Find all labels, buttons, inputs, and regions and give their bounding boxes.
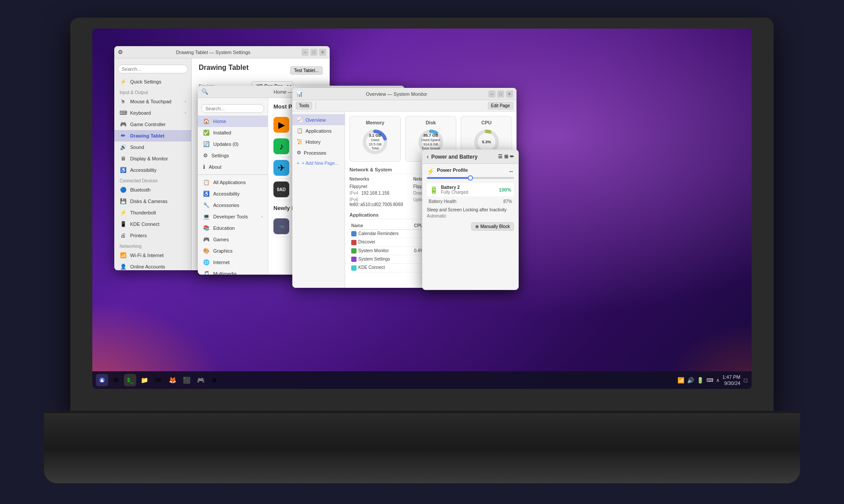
block-icon: ⊕ [475, 224, 479, 229]
discover-nav-accessories[interactable]: 🔧 Accessories [198, 199, 268, 211]
app-sysmon-name: System Monitor [349, 247, 412, 255]
laptop-bottom [44, 413, 800, 483]
discover-nav-about[interactable]: ℹ About [198, 161, 268, 173]
settings-item-disks[interactable]: 💾 Disks & Cameras [114, 196, 191, 207]
discover-nav-multimedia[interactable]: 🎵 Multimedia [198, 268, 268, 275]
discover-nav-installed[interactable]: ✅ Installed [198, 127, 268, 138]
settings-item-kde-connect[interactable]: 📱 KDE Connect [114, 218, 191, 230]
monitor-window-title: Overview — System Monitor [305, 91, 488, 97]
settings-maximize-btn[interactable]: □ [310, 49, 317, 56]
slider-fill [427, 177, 470, 179]
taskbar-network-icon[interactable]: 📶 [677, 377, 684, 384]
settings-item-mouse[interactable]: 🖱 Mouse & Touchpad › [114, 96, 191, 107]
taskbar-icon-terminal2[interactable]: ⬛ [180, 374, 193, 386]
discover-settings-label: Settings [211, 153, 229, 158]
settings-item-keyboard[interactable]: ⌨ Keyboard › [114, 107, 191, 119]
settings-close-btn[interactable]: ✕ [319, 49, 326, 56]
grid-view-icon[interactable]: ⊞ [504, 154, 508, 160]
discover-search-input[interactable] [201, 104, 264, 113]
taskbar-show-desktop[interactable]: □ [743, 376, 748, 384]
taskbar-icon-firefox[interactable]: 🦊 [166, 374, 178, 386]
battery-info: Battery 2 Fully Charged [441, 185, 496, 195]
settings-item-printers[interactable]: 🖨 Printers [114, 230, 191, 241]
taskbar-app-menu[interactable] [96, 374, 108, 386]
taskbar-time[interactable]: 1:47 PM 9/30/24 [722, 374, 740, 387]
settings-item-quick-settings[interactable]: ⚡ Quick Settings [114, 76, 191, 87]
taskbar-icon-monitor[interactable]: 🖥 [208, 374, 221, 386]
settings-item-thunderbolt[interactable]: ⚡ Thunderbolt [114, 207, 191, 218]
settings-item-online-accounts[interactable]: 👤 Online Accounts [114, 261, 191, 270]
discover-nav-updates[interactable]: 🔄 Updates (0) [198, 138, 268, 150]
discover-nav-settings[interactable]: ⚙ Settings [198, 150, 268, 161]
battery-status: Fully Charged [441, 190, 496, 195]
discover-nav-accessibility[interactable]: ♿ Accessibility [198, 188, 268, 199]
kdeconnect-app-icon-row [351, 265, 357, 271]
settings-window-icon: ⚙ [118, 49, 123, 55]
settings-item-drawing-tablet[interactable]: ✏ Drawing Tablet [114, 130, 191, 141]
display-icon: 🖥 [120, 155, 127, 162]
applications-nav-label: Applications [306, 128, 331, 134]
edit-page-btn[interactable]: Edit Page [488, 102, 513, 109]
power-panel-title: Power and Battery [431, 154, 477, 160]
home-label: Home [213, 119, 226, 124]
taskbar-icon-files[interactable]: 📁 [138, 374, 150, 386]
discover-nav-education[interactable]: 📚 Education [198, 222, 268, 234]
accessories-icon: 🔧 [203, 202, 210, 208]
list-view-icon[interactable]: ☰ [498, 154, 502, 160]
slider-thumb [468, 175, 473, 181]
taskbar-volume-icon[interactable]: 🔊 [687, 377, 694, 384]
taskbar-icon-game[interactable]: 🎮 [194, 374, 207, 386]
power-profile-label: Power Profile [437, 167, 468, 173]
spotify-app-icon: ♪ [273, 138, 289, 154]
settings-search-container [114, 62, 191, 76]
discover-nav-home[interactable]: 🏠 Home [198, 116, 268, 127]
tools-btn[interactable]: Tools [296, 102, 312, 109]
settings-item-sound[interactable]: 🔊 Sound [114, 141, 191, 153]
monitor-maximize-btn[interactable]: □ [497, 91, 504, 98]
settings-item-display[interactable]: 🖥 Display & Monitor [114, 153, 191, 164]
test-tablet-btn[interactable]: Test Tablet... [290, 66, 323, 75]
settings-item-gamepad[interactable]: 🎮 Game Controller [114, 119, 191, 130]
monitor-titlebar[interactable]: 📊 Overview — System Monitor ─ □ ✕ [292, 88, 517, 100]
discover-nav-dev-tools[interactable]: 💻 Developer Tools › [198, 211, 268, 222]
edit-icon[interactable]: ✏ [510, 154, 514, 160]
thunderbolt-label: Thunderbolt [130, 210, 156, 215]
settings-search-input[interactable] [118, 65, 188, 73]
taskbar-battery-icon[interactable]: 🔋 [697, 377, 704, 384]
monitor-close-btn[interactable]: ✕ [506, 91, 513, 98]
taskbar-icon-terminal[interactable]: $_ [124, 374, 136, 386]
monitor-nav-history[interactable]: 📜 History [292, 136, 345, 147]
power-panel-header[interactable]: ‹ Power and Battery ☰ ⊞ ✏ [422, 150, 518, 164]
settings-item-wifi[interactable]: 📶 Wi-Fi & Internet [114, 250, 191, 261]
taskbar-keyboard-icon[interactable]: ⌨ [706, 377, 713, 383]
disk-title: Disk [409, 120, 453, 125]
settings-item-accessibility[interactable]: ♿ Accessibility [114, 164, 191, 176]
taskbar-icon-system-settings[interactable]: ⚙ [110, 374, 122, 386]
discover-nav-games[interactable]: 🎮 Games [198, 234, 268, 245]
power-profile-slider[interactable] [427, 177, 514, 179]
taskbar-expand-icon[interactable]: ∧ [716, 377, 720, 383]
settings-item-bluetooth[interactable]: 🔵 Bluetooth [114, 184, 191, 196]
monitor-nav-overview[interactable]: 📈 Overview [292, 114, 345, 125]
slider-track[interactable] [427, 177, 514, 179]
processes-nav-icon: ⚙ [297, 150, 301, 156]
taskbar-icon-store[interactable]: 🛍 [152, 374, 164, 386]
games-icon: 🎮 [203, 236, 210, 243]
settings-minimize-btn[interactable]: ─ [302, 49, 309, 56]
settings-titlebar[interactable]: ⚙ Drawing Tablet — System Settings ─ □ ✕ [114, 46, 330, 58]
monitor-nav-add-page[interactable]: + + Add New Page... [292, 158, 345, 168]
monitor-nav-processes[interactable]: ⚙ Processes [292, 147, 345, 158]
mouse-arrow: › [185, 99, 186, 104]
manually-block-btn[interactable]: ⊕ Manually Block [471, 222, 514, 231]
networks-col: Networks Flippynet IPv4 192.168.1.156 IP… [349, 177, 409, 208]
gamepad-icon: 🎮 [120, 121, 127, 128]
monitor-minimize-btn[interactable]: ─ [488, 91, 495, 98]
aod-app-icon: 0AD [273, 181, 289, 197]
discover-nav-graphics[interactable]: 🎨 Graphics [198, 245, 268, 257]
discover-nav-internet[interactable]: 🌐 Internet [198, 257, 268, 268]
dev-tools-icon: 💻 [203, 214, 210, 220]
taskbar: ⚙ $_ 📁 🛍 🦊 ⬛ 🎮 🖥 📶 🔊 🔋 ⌨ ∧ 1:47 PM 9/30/… [92, 371, 752, 389]
memory-donut-center: 3.1 GB Used 15.5 GB Total [361, 128, 389, 156]
monitor-nav-applications[interactable]: 📋 Applications [292, 125, 345, 136]
discover-nav-all-apps[interactable]: 📋 All Applications [198, 177, 268, 188]
